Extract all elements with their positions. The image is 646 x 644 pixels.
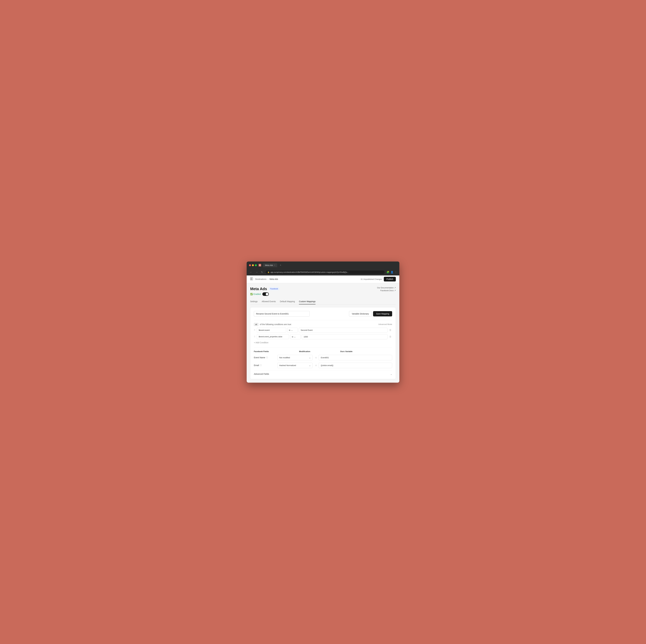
tab-title: Meta Ads xyxy=(265,264,273,266)
save-mapping-button[interactable]: Save Mapping xyxy=(373,311,392,316)
info-icon-email: ⓘ xyxy=(260,364,262,366)
page-header: Meta Ads Facebook ✅ Enabled Our Document… xyxy=(250,287,396,296)
chevron-down-icon: ⌄ xyxy=(309,356,311,359)
help-icon-email[interactable]: ⊙ xyxy=(315,364,317,366)
sidebar-toggle-icon[interactable] xyxy=(250,278,253,281)
tab-default-mapping[interactable]: Default Mapping xyxy=(280,299,295,304)
our-documentation-link[interactable]: Our Documentation ↗ xyxy=(377,287,396,289)
field-value-input-email[interactable] xyxy=(319,363,392,368)
drag-handle-icon: ⠿ xyxy=(254,329,255,331)
lock-icon: 🔒 xyxy=(267,271,270,273)
advanced-mode-link[interactable]: Advanced Mode xyxy=(379,323,392,325)
field-row-event-name: Event Name ⓘ Not modified ⌄ ⊙ xyxy=(254,355,392,360)
condition-value-input-2[interactable] xyxy=(302,334,388,339)
condition-field-input-2[interactable] xyxy=(257,334,289,339)
tab-custom-mappings[interactable]: Custom Mappings xyxy=(299,299,316,304)
trash-icon: 🗑 xyxy=(389,335,392,338)
modification-value-event-name: Not modified xyxy=(279,356,290,359)
mapping-card: Variable Dictionary Save Mapping all of … xyxy=(250,307,396,379)
field-label-event-name: Event Name xyxy=(254,356,265,359)
chevron-down-icon: ⌄ xyxy=(309,364,311,366)
field-name-email: Email ⓘ xyxy=(254,364,276,366)
tab-settings[interactable]: Settings xyxy=(250,299,258,304)
browser-tab[interactable]: Meta Ads × xyxy=(263,263,277,267)
top-nav: Destinations › Meta Ads 31 Unpublished C… xyxy=(247,276,399,283)
chevron-down-icon: ⌄ xyxy=(291,329,293,331)
condition-operator-select-1[interactable]: is ⌄ xyxy=(287,328,298,333)
conditions-all-badge[interactable]: all xyxy=(254,323,258,326)
condition-field-input-1[interactable] xyxy=(257,328,286,333)
extensions-icon[interactable]: 🧩 xyxy=(387,271,389,274)
condition-row: ⠿ is ⌄ 🗑 xyxy=(254,328,392,333)
tab-close-icon[interactable]: × xyxy=(274,264,275,266)
publish-button[interactable]: Publish xyxy=(384,277,396,282)
operator-label-1: is xyxy=(289,329,290,331)
enabled-toggle[interactable] xyxy=(262,292,269,296)
url-text: app.oursprivacy.com/destination/4JBkPtM4… xyxy=(271,271,348,273)
help-icon-event-name[interactable]: ⊙ xyxy=(315,356,317,359)
address-bar[interactable]: 🔒 app.oursprivacy.com/destination/4JBkPt… xyxy=(265,270,385,274)
chevron-down-icon: ⌄ xyxy=(390,372,392,375)
tab-allowed-events[interactable]: Allowed Events xyxy=(262,299,276,304)
unpublished-changes-badge: 31 Unpublished Changes xyxy=(360,278,382,280)
modification-select-inner: Not modified xyxy=(279,356,290,359)
delete-condition-button-2[interactable]: 🗑 xyxy=(389,335,392,339)
browser-titlebar: M Meta Ads × + xyxy=(247,261,399,269)
advanced-fields-label: Advanced Fields xyxy=(254,373,269,375)
fields-headers: Facebook Fields Modification Ours Variab… xyxy=(254,350,392,352)
docs-links: Our Documentation ↗ Facebook Docs ↗ xyxy=(377,287,396,292)
modification-value-email: Hashed Normalized xyxy=(279,364,296,366)
page-title: Meta Ads xyxy=(250,287,267,291)
ours-variable-header: Ours Variable xyxy=(340,350,392,352)
field-label-email: Email xyxy=(254,364,259,366)
main-area: Meta Ads Facebook ✅ Enabled Our Document… xyxy=(247,283,399,383)
new-tab-button[interactable]: + xyxy=(280,264,281,266)
condition-row: ⠿ is ⌄ 🗑 xyxy=(254,334,392,339)
breadcrumb: Destinations › Meta Ads xyxy=(255,278,278,280)
mapping-name-actions: Variable Dictionary Save Mapping xyxy=(349,311,392,317)
field-value-input-event-name[interactable] xyxy=(319,355,392,360)
condition-operator-select-2[interactable]: is ⌄ xyxy=(290,334,301,339)
external-link-icon: ↗ xyxy=(394,290,396,292)
variable-dictionary-button[interactable]: Variable Dictionary xyxy=(349,311,371,317)
breadcrumb-destinations[interactable]: Destinations xyxy=(255,278,266,280)
tab-favicon: M xyxy=(258,264,261,266)
breadcrumb-current: Meta Ads xyxy=(270,278,278,280)
minimize-window-button[interactable] xyxy=(252,264,254,266)
browser-toolbar: ← → ↻ 🔒 app.oursprivacy.com/destination/… xyxy=(247,269,399,276)
modification-select-email[interactable]: Hashed Normalized ⌄ xyxy=(277,363,313,368)
facebook-fields-header: Facebook Fields xyxy=(254,350,277,352)
modification-select-inner: Hashed Normalized xyxy=(279,364,296,366)
browser-actions: 🧩 👤 ⋮ xyxy=(387,271,397,274)
tabs: Settings Allowed Events Default Mapping … xyxy=(250,299,396,304)
enabled-row: ✅ Enabled xyxy=(250,292,280,296)
reload-button[interactable]: ↻ xyxy=(260,271,264,274)
maximize-window-button[interactable] xyxy=(255,264,257,266)
advanced-fields-row[interactable]: Advanced Fields ⌄ xyxy=(254,370,392,375)
delete-condition-button-1[interactable]: 🗑 xyxy=(389,328,392,332)
profile-icon[interactable]: 👤 xyxy=(391,271,394,274)
traffic-lights xyxy=(249,264,257,266)
close-window-button[interactable] xyxy=(249,264,251,266)
nav-right: 31 Unpublished Changes Publish xyxy=(360,277,396,282)
modification-select-event-name[interactable]: Not modified ⌄ xyxy=(277,355,313,360)
modification-header: Modification xyxy=(299,350,337,352)
conditions-label: all of the following conditions are true… xyxy=(254,323,292,326)
browser-window: M Meta Ads × + ← → ↻ 🔒 app.oursprivacy.c… xyxy=(247,261,399,383)
field-row-email: Email ⓘ Hashed Normalized ⌄ ⊙ xyxy=(254,363,392,368)
enabled-status: ✅ Enabled xyxy=(250,293,261,295)
condition-value-input-1[interactable] xyxy=(299,328,388,333)
svg-rect-1 xyxy=(251,278,253,280)
breadcrumb-separator: › xyxy=(267,278,268,280)
trash-icon: 🗑 xyxy=(389,329,392,331)
add-condition-button[interactable]: + Add Condition xyxy=(254,341,268,344)
section-divider xyxy=(254,320,392,320)
menu-icon[interactable]: ⋮ xyxy=(395,271,397,274)
facebook-docs-link[interactable]: Facebook Docs ↗ xyxy=(381,290,396,292)
field-name-event-name: Event Name ⓘ xyxy=(254,356,276,359)
page-content: Destinations › Meta Ads 31 Unpublished C… xyxy=(247,276,399,383)
page-header-left: Meta Ads Facebook ✅ Enabled xyxy=(250,287,280,296)
mapping-name-input[interactable] xyxy=(254,311,310,317)
back-button[interactable]: ← xyxy=(249,271,253,274)
forward-button[interactable]: → xyxy=(254,271,259,274)
